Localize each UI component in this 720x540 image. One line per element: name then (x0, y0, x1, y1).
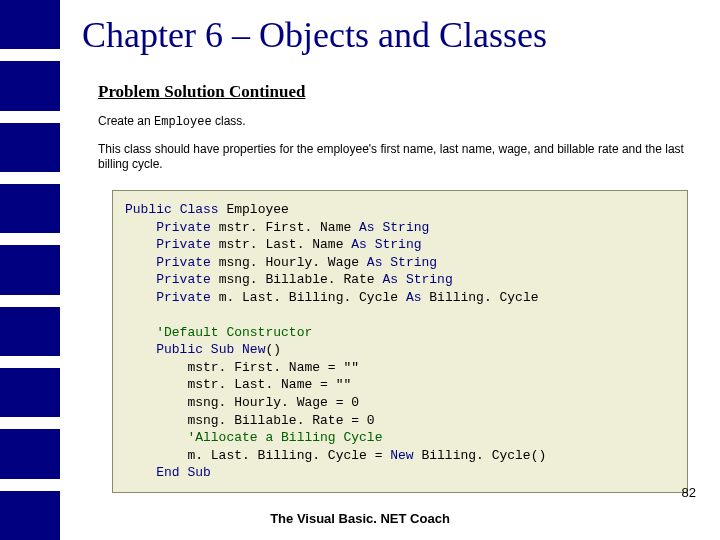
code-text (125, 465, 156, 480)
sidebar-block (0, 184, 60, 233)
keyword: As (367, 255, 383, 270)
keyword: Private (156, 220, 211, 235)
code-text: Employee (219, 202, 289, 217)
keyword: As (382, 272, 398, 287)
code-text (125, 255, 156, 270)
keyword: String (406, 272, 453, 287)
code-text (367, 237, 375, 252)
code-text: m. Last. Billing. Cycle = (125, 448, 390, 463)
code-text: Billing. Cycle() (414, 448, 547, 463)
sidebar-block (0, 307, 60, 356)
keyword: String (382, 220, 429, 235)
keyword: Private (156, 290, 211, 305)
code-text: msng. Billable. Rate (211, 272, 383, 287)
comment: 'Allocate a Billing Cycle (125, 430, 382, 445)
text: Create an (98, 114, 154, 128)
keyword: As (351, 237, 367, 252)
code-text (125, 237, 156, 252)
code-text: Billing. Cycle (421, 290, 538, 305)
instruction-line-1: Create an Employee class. (98, 114, 246, 129)
keyword: Sub (187, 465, 210, 480)
sidebar-block (0, 123, 60, 172)
keyword: Public (125, 202, 172, 217)
code-text (125, 342, 156, 357)
footer-text: The Visual Basic. NET Coach (0, 511, 720, 526)
comment: 'Default Constructor (125, 325, 312, 340)
instruction-line-2: This class should have properties for th… (98, 142, 690, 172)
code-text: () (265, 342, 281, 357)
code-block: Public Class Employee Private mstr. Firs… (112, 190, 688, 493)
keyword: Sub (211, 342, 234, 357)
code-text (125, 220, 156, 235)
slide: Chapter 6 – Objects and Classes Problem … (0, 0, 720, 540)
code-text: mstr. Last. Name = "" (125, 377, 351, 392)
code-text: mstr. First. Name (211, 220, 359, 235)
code-text (234, 342, 242, 357)
keyword: Class (180, 202, 219, 217)
keyword: Private (156, 255, 211, 270)
sidebar-block (0, 245, 60, 294)
code-text (203, 342, 211, 357)
code-text: mstr. First. Name = "" (125, 360, 359, 375)
keyword: New (242, 342, 265, 357)
sidebar-block (0, 0, 60, 49)
code-text (172, 202, 180, 217)
text: class. (212, 114, 246, 128)
keyword: String (375, 237, 422, 252)
chapter-title: Chapter 6 – Objects and Classes (82, 14, 547, 56)
code-text: msng. Hourly. Wage (211, 255, 367, 270)
code-text: msng. Hourly. Wage = 0 (125, 395, 359, 410)
code-text (125, 272, 156, 287)
code-text (398, 272, 406, 287)
keyword: As (359, 220, 375, 235)
keyword: String (390, 255, 437, 270)
sidebar-block (0, 429, 60, 478)
page-number: 82 (682, 485, 696, 500)
keyword: As (406, 290, 422, 305)
code-text: msng. Billable. Rate = 0 (125, 413, 375, 428)
sidebar-block (0, 368, 60, 417)
code-text (125, 290, 156, 305)
code-text: mstr. Last. Name (211, 237, 351, 252)
keyword: New (390, 448, 413, 463)
keyword: Public (156, 342, 203, 357)
code-text: m. Last. Billing. Cycle (211, 290, 406, 305)
sidebar-block (0, 61, 60, 110)
keyword: Private (156, 237, 211, 252)
keyword: End (156, 465, 179, 480)
sidebar-decoration (0, 0, 60, 540)
keyword: Private (156, 272, 211, 287)
section-subtitle: Problem Solution Continued (98, 82, 306, 102)
code-inline: Employee (154, 115, 212, 129)
